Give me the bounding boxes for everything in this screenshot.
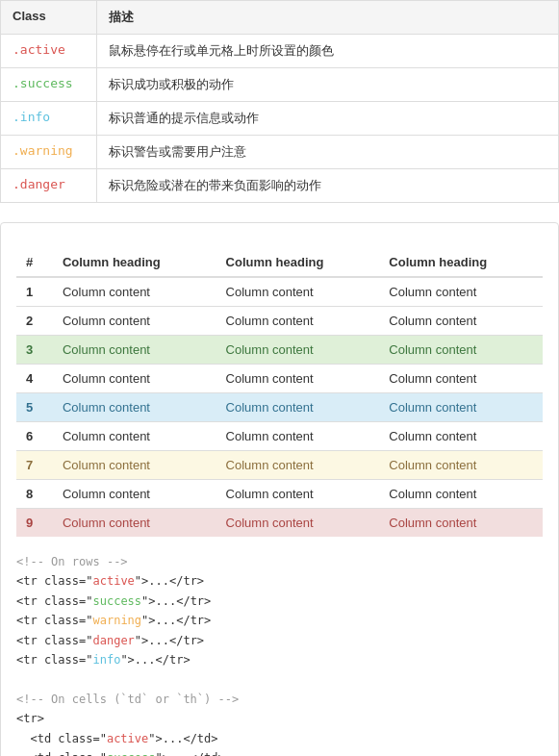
class-name: .danger bbox=[1, 169, 97, 203]
row-cell: Column content bbox=[216, 480, 380, 509]
row-cell: Column content bbox=[53, 393, 216, 422]
row-cell: Column content bbox=[53, 336, 216, 365]
class-col-header: Class bbox=[1, 1, 97, 35]
example-table: #Column headingColumn headingColumn head… bbox=[16, 248, 543, 537]
row-num: 2 bbox=[16, 307, 53, 336]
row-cell: Column content bbox=[53, 307, 216, 336]
row-cell: Column content bbox=[53, 422, 216, 451]
col-header: Column heading bbox=[379, 248, 543, 277]
class-desc: 标识警告或需要用户注意 bbox=[97, 136, 559, 169]
row-cell: Column content bbox=[53, 509, 216, 538]
table-row: 2Column contentColumn contentColumn cont… bbox=[16, 307, 543, 336]
row-num: 8 bbox=[16, 480, 53, 509]
class-table: Class 描述 .active鼠标悬停在行或单元格上时所设置的颜色.succe… bbox=[0, 0, 559, 203]
row-cell: Column content bbox=[216, 422, 380, 451]
example-section: #Column headingColumn headingColumn head… bbox=[0, 222, 559, 756]
col-header: Column heading bbox=[53, 248, 216, 277]
row-cell: Column content bbox=[379, 277, 543, 307]
code-line: <tr class="danger">...</tr> bbox=[16, 631, 543, 650]
row-cell: Column content bbox=[379, 451, 543, 480]
row-cell: Column content bbox=[216, 451, 380, 480]
code-line: <tr class="active">...</tr> bbox=[16, 571, 543, 591]
row-cell: Column content bbox=[379, 336, 543, 365]
code-comment: <!-- On rows --> bbox=[16, 552, 543, 571]
row-cell: Column content bbox=[379, 393, 543, 422]
row-num: 7 bbox=[16, 451, 53, 480]
row-cell: Column content bbox=[53, 480, 216, 509]
row-cell: Column content bbox=[216, 277, 380, 307]
row-cell: Column content bbox=[53, 451, 216, 480]
code-line: <td class="success">...</td> bbox=[16, 748, 543, 756]
class-name: .warning bbox=[1, 136, 97, 169]
code-line: <td class="active">...</td> bbox=[16, 729, 543, 748]
class-name: .info bbox=[1, 102, 97, 136]
row-cell: Column content bbox=[216, 307, 380, 336]
row-cell: Column content bbox=[53, 365, 216, 393]
table-row: .success标识成功或积极的动作 bbox=[1, 68, 559, 102]
row-cell: Column content bbox=[379, 509, 543, 538]
row-num: 1 bbox=[16, 277, 53, 307]
code-comment: <!-- On cells (`td` or `th`) --> bbox=[16, 690, 543, 709]
col-header: Column heading bbox=[216, 248, 380, 277]
desc-col-header: 描述 bbox=[97, 1, 559, 35]
row-cell: Column content bbox=[216, 393, 380, 422]
row-num: 3 bbox=[16, 336, 53, 365]
row-cell: Column content bbox=[216, 336, 380, 365]
row-num: 5 bbox=[16, 393, 53, 422]
class-desc: 标识普通的提示信息或动作 bbox=[97, 102, 559, 136]
table-row: .info标识普通的提示信息或动作 bbox=[1, 102, 559, 136]
table-row: .danger标识危险或潜在的带来负面影响的动作 bbox=[1, 169, 559, 203]
row-cell: Column content bbox=[216, 509, 380, 538]
row-num: 9 bbox=[16, 509, 53, 538]
col-header: # bbox=[16, 248, 53, 277]
row-cell: Column content bbox=[53, 277, 216, 307]
class-desc: 鼠标悬停在行或单元格上时所设置的颜色 bbox=[97, 35, 559, 68]
row-cell: Column content bbox=[379, 480, 543, 509]
table-row: 6Column contentColumn contentColumn cont… bbox=[16, 422, 543, 451]
class-desc: 标识成功或积极的动作 bbox=[97, 68, 559, 102]
table-row: 5Column contentColumn contentColumn cont… bbox=[16, 393, 543, 422]
class-desc: 标识危险或潜在的带来负面影响的动作 bbox=[97, 169, 559, 203]
row-cell: Column content bbox=[379, 365, 543, 393]
table-row: 7Column contentColumn contentColumn cont… bbox=[16, 451, 543, 480]
table-row: .active鼠标悬停在行或单元格上时所设置的颜色 bbox=[1, 35, 559, 68]
code-line: <tr class="info">...</tr> bbox=[16, 650, 543, 669]
row-cell: Column content bbox=[379, 422, 543, 451]
code-line: <tr> bbox=[16, 709, 543, 728]
table-row: 9Column contentColumn contentColumn cont… bbox=[16, 509, 543, 538]
code-block: <!-- On rows --><tr class="active">...</… bbox=[16, 552, 543, 756]
class-name: .success bbox=[1, 68, 97, 102]
table-row: 8Column contentColumn contentColumn cont… bbox=[16, 480, 543, 509]
table-row: .warning标识警告或需要用户注意 bbox=[1, 136, 559, 169]
table-row: 4Column contentColumn contentColumn cont… bbox=[16, 365, 543, 393]
table-row: 3Column contentColumn contentColumn cont… bbox=[16, 336, 543, 365]
class-name: .active bbox=[1, 35, 97, 68]
code-line: <tr class="warning">...</tr> bbox=[16, 611, 543, 630]
row-cell: Column content bbox=[216, 365, 380, 393]
row-num: 4 bbox=[16, 365, 53, 393]
code-line: <tr class="success">...</tr> bbox=[16, 592, 543, 611]
row-num: 6 bbox=[16, 422, 53, 451]
row-cell: Column content bbox=[379, 307, 543, 336]
table-row: 1Column contentColumn contentColumn cont… bbox=[16, 277, 543, 307]
